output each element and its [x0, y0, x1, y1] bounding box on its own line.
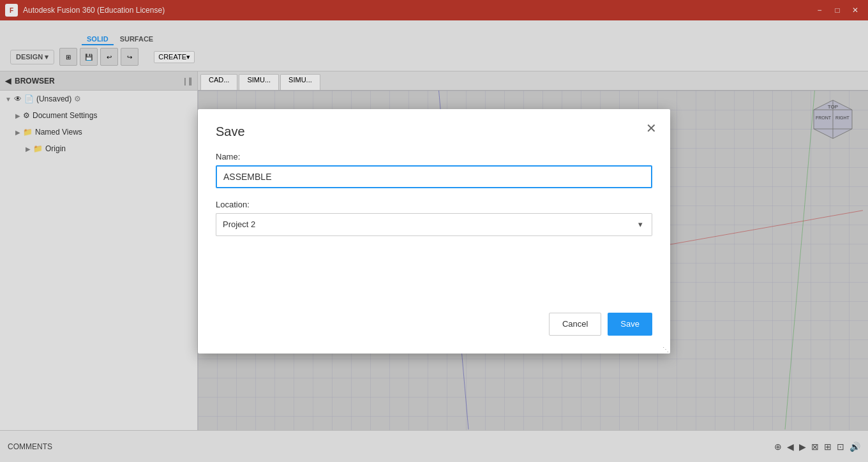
- resize-handle[interactable]: ⋱: [662, 346, 670, 354]
- location-input[interactable]: [216, 213, 629, 236]
- save-dialog: Save ✕ Name: Location: ▾ Cancel Save ⋱: [198, 109, 670, 354]
- name-label: Name:: [216, 152, 652, 161]
- dialog-title: Save: [216, 124, 652, 139]
- save-button[interactable]: Save: [608, 313, 652, 336]
- dialog-close-button[interactable]: ✕: [642, 119, 660, 137]
- location-dropdown-button[interactable]: ▾: [629, 213, 652, 236]
- location-label: Location:: [216, 200, 652, 209]
- modal-overlay: Save ✕ Name: Location: ▾ Cancel Save ⋱: [0, 0, 868, 462]
- dialog-footer: Cancel Save: [216, 313, 652, 336]
- chevron-down-icon: ▾: [638, 220, 643, 229]
- location-row: ▾: [216, 213, 652, 236]
- name-input[interactable]: [216, 165, 652, 188]
- cancel-button[interactable]: Cancel: [549, 313, 601, 336]
